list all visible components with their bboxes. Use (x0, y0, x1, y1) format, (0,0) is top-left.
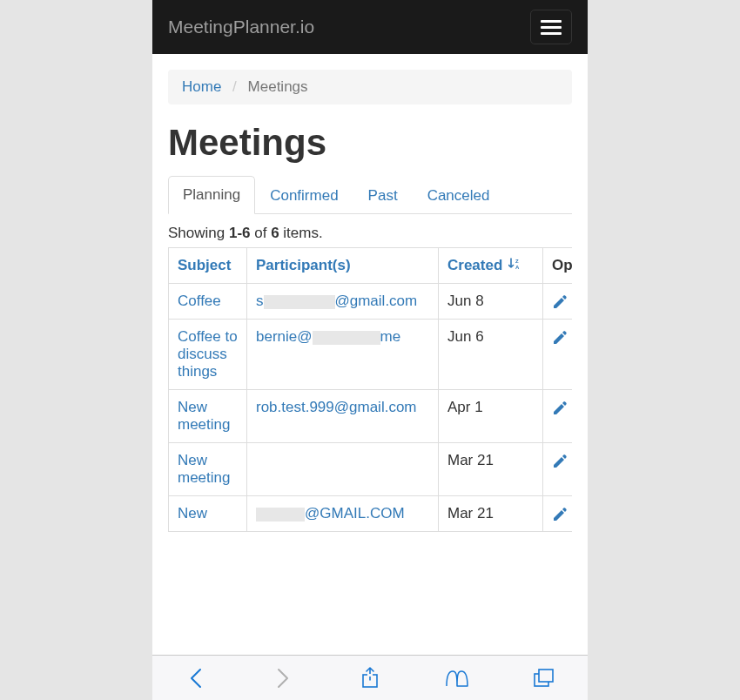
options-cell (543, 284, 573, 320)
svg-text:A: A (515, 265, 520, 270)
created-cell: Jun 8 (439, 284, 543, 320)
col-header-subject[interactable]: Subject (169, 248, 247, 284)
tab-confirmed[interactable]: Confirmed (255, 177, 353, 214)
subject-link[interactable]: Coffee to discuss things (178, 328, 238, 380)
table-row: Coffees@gmail.comJun 8 (169, 284, 573, 320)
table-row: New@GMAIL.COMMar 21 (169, 496, 573, 532)
tab-past[interactable]: Past (353, 177, 413, 214)
col-header-options: Options (543, 248, 573, 284)
created-cell: Jun 6 (439, 320, 543, 390)
edit-icon[interactable] (552, 294, 568, 310)
browser-toolbar (152, 655, 588, 700)
breadcrumb: Home / Meetings (168, 70, 572, 104)
breadcrumb-home[interactable]: Home (182, 78, 221, 95)
edit-icon[interactable] (552, 507, 568, 522)
page-content: Home / Meetings Meetings Planning Confir… (152, 54, 588, 655)
forward-button[interactable] (269, 664, 297, 692)
results-summary: Showing 1-6 of 6 items. (168, 225, 572, 242)
tabs-button[interactable] (530, 664, 558, 692)
subject-link[interactable]: New meeting (178, 399, 230, 433)
tab-planning[interactable]: Planning (168, 176, 255, 214)
table-row: Coffee to discuss thingsbernie@meJun 6 (169, 320, 573, 390)
participant-link[interactable]: @GMAIL.COM (256, 505, 405, 522)
table-row: New meetingMar 21 (169, 443, 573, 496)
participant-link[interactable]: bernie@me (256, 328, 400, 345)
svg-rect-3 (367, 674, 373, 676)
svg-text:Z: Z (515, 259, 519, 264)
participant-link[interactable]: s@gmail.com (256, 293, 417, 309)
back-button[interactable] (182, 664, 210, 692)
options-cell (543, 443, 573, 496)
delete-icon[interactable] (571, 507, 572, 522)
redacted-text (256, 508, 305, 522)
edit-icon[interactable] (552, 454, 568, 469)
subject-link[interactable]: New meeting (178, 452, 230, 486)
tabs: Planning Confirmed Past Canceled (168, 176, 572, 214)
delete-icon[interactable] (571, 294, 572, 310)
bookmarks-button[interactable] (443, 664, 471, 692)
col-header-created[interactable]: Created Z A (439, 248, 543, 284)
edit-icon[interactable] (552, 400, 568, 416)
created-cell: Mar 21 (439, 443, 543, 496)
breadcrumb-current: Meetings (248, 78, 308, 95)
mobile-viewport: MeetingPlanner.io Home / Meetings Meetin… (152, 0, 588, 700)
brand-link[interactable]: MeetingPlanner.io (168, 17, 314, 37)
created-cell: Apr 1 (439, 390, 543, 443)
redacted-text (313, 331, 380, 345)
options-cell (543, 496, 573, 532)
options-cell (543, 320, 573, 390)
edit-icon[interactable] (552, 330, 568, 346)
col-header-participants[interactable]: Participant(s) (247, 248, 439, 284)
subject-link[interactable]: New (178, 505, 207, 522)
svg-rect-5 (539, 670, 553, 682)
share-button[interactable] (356, 664, 384, 692)
delete-icon[interactable] (571, 454, 572, 469)
created-cell: Mar 21 (439, 496, 543, 532)
table-wrapper: Subject Participant(s) Created Z A (168, 247, 572, 532)
meetings-table: Subject Participant(s) Created Z A (168, 247, 572, 532)
redacted-text (264, 295, 335, 309)
delete-icon[interactable] (571, 400, 572, 416)
delete-icon[interactable] (571, 330, 572, 346)
subject-link[interactable]: Coffee (178, 293, 221, 309)
sort-desc-icon: Z A (508, 258, 522, 270)
navbar: MeetingPlanner.io (152, 0, 588, 54)
tab-canceled[interactable]: Canceled (413, 177, 505, 214)
participant-link[interactable]: rob.test.999@gmail.com (256, 399, 417, 415)
hamburger-menu-button[interactable] (530, 10, 572, 44)
options-cell (543, 390, 573, 443)
breadcrumb-separator: / (232, 78, 237, 95)
table-row: New meetingrob.test.999@gmail.comApr 1 (169, 390, 573, 443)
page-title: Meetings (168, 122, 572, 164)
